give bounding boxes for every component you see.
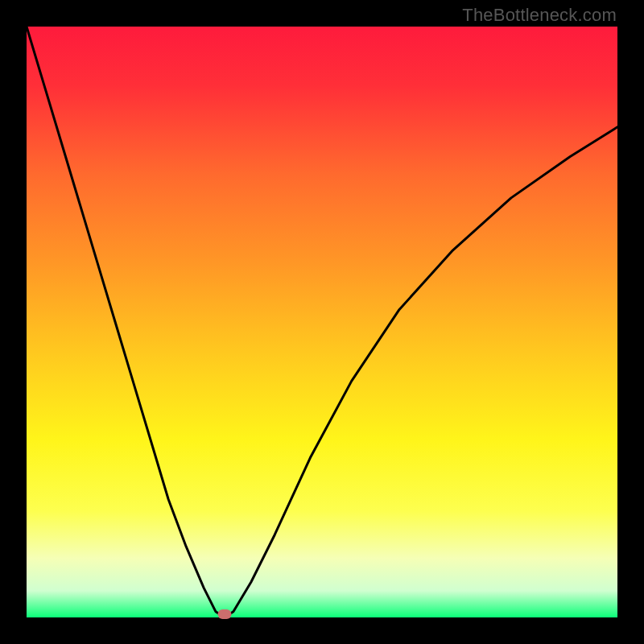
bottleneck-curve — [27, 27, 617, 617]
curve-path — [27, 27, 617, 617]
optimal-point-marker — [217, 609, 231, 619]
chart-frame: TheBottleneck.com — [0, 0, 644, 644]
watermark-text: TheBottleneck.com — [462, 5, 617, 26]
plot-area — [27, 27, 617, 617]
